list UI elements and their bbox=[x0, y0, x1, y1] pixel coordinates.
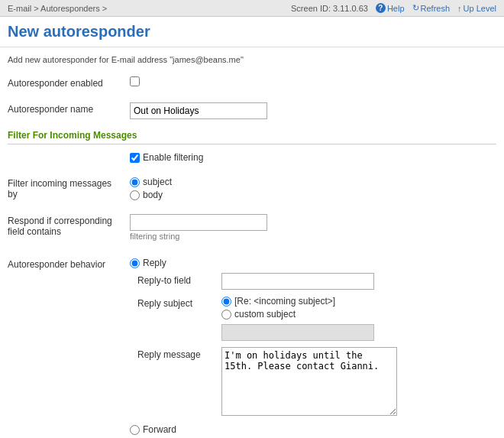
behavior-forward-item: Forward bbox=[130, 424, 496, 435]
autoresponder-name-label: Autoresponder name bbox=[8, 102, 130, 115]
behavior-forward-label: Forward bbox=[143, 424, 176, 435]
forward-section: Forward Forward request to E-mail addres… bbox=[130, 424, 496, 438]
enable-filtering-label bbox=[8, 152, 130, 154]
respond-field-row: Respond if corresponding field contains … bbox=[8, 211, 496, 244]
enable-filtering-row: Enable filtering bbox=[8, 149, 496, 166]
behavior-label: Autoresponder behavior bbox=[8, 258, 130, 270]
reply-message-textarea[interactable]: I'm on holidays until the 15th. Please c… bbox=[221, 347, 397, 416]
filter-section-header: Filter For Incoming Messages bbox=[8, 130, 496, 144]
top-bar: E-mail > Autoresponders > Screen ID: 3.1… bbox=[0, 0, 504, 17]
breadcrumb-email[interactable]: E-mail bbox=[8, 4, 31, 13]
reply-subject-custom-label: custom subject bbox=[234, 309, 296, 320]
reply-subject-default-radio[interactable] bbox=[221, 297, 231, 307]
respond-field-label: Respond if corresponding field contains bbox=[8, 214, 130, 237]
filter-by-control: subject body bbox=[130, 177, 496, 200]
reply-section: Reply-to field Reply subject [Re: <incom… bbox=[137, 273, 496, 418]
respond-field-input[interactable] bbox=[130, 214, 267, 231]
reply-to-row: Reply-to field bbox=[137, 273, 496, 290]
up-icon bbox=[457, 4, 462, 13]
refresh-link[interactable]: Refresh bbox=[412, 3, 451, 13]
behavior-row: Autoresponder behavior Reply Reply-to fi… bbox=[8, 255, 496, 438]
reply-subject-row: Reply subject [Re: <incoming subject>] c… bbox=[137, 296, 496, 341]
autoresponder-enabled-label: Autoresponder enabled bbox=[8, 76, 130, 89]
filter-by-label: Filter incoming messages by bbox=[8, 177, 130, 200]
filter-by-subject-item: subject bbox=[130, 177, 496, 187]
reply-subject-custom-radio[interactable] bbox=[221, 310, 231, 320]
reply-subject-label: Reply subject bbox=[137, 296, 221, 309]
page-header: New autoresponder bbox=[0, 17, 504, 47]
screen-id: Screen ID: 3.11.0.63 bbox=[291, 4, 368, 13]
filter-by-body-label: body bbox=[143, 190, 163, 200]
autoresponder-enabled-checkbox[interactable] bbox=[130, 76, 140, 86]
autoresponder-enabled-control bbox=[130, 76, 496, 86]
respond-field-control: filtering string bbox=[130, 214, 496, 241]
page-title: New autoresponder bbox=[8, 23, 496, 41]
refresh-icon bbox=[412, 3, 419, 13]
reply-to-label: Reply-to field bbox=[137, 273, 221, 286]
page-subtitle: Add new autoresponder for E-mail address… bbox=[8, 55, 496, 64]
help-icon bbox=[376, 3, 386, 13]
reply-to-control bbox=[221, 273, 496, 290]
help-link[interactable]: Help bbox=[376, 3, 405, 13]
reply-subject-custom-item: custom subject bbox=[221, 309, 496, 320]
filter-by-subject-label: subject bbox=[143, 177, 172, 187]
filter-by-subject-radio[interactable] bbox=[130, 177, 140, 187]
behavior-reply-item: Reply bbox=[130, 258, 496, 268]
top-actions: Screen ID: 3.11.0.63 Help Refresh Up Lev… bbox=[291, 3, 496, 13]
breadcrumb-autoresponders[interactable]: Autoresponders bbox=[40, 4, 100, 13]
autoresponder-name-control bbox=[130, 102, 496, 119]
behavior-reply-label: Reply bbox=[143, 258, 166, 268]
enable-filtering-text: Enable filtering bbox=[143, 152, 203, 163]
filtering-string-hint: filtering string bbox=[130, 232, 496, 241]
behavior-control: Reply Reply-to field Reply subject bbox=[130, 258, 496, 438]
autoresponder-name-row: Autoresponder name bbox=[8, 99, 496, 122]
filter-by-body-item: body bbox=[130, 190, 496, 200]
autoresponder-enabled-row: Autoresponder enabled bbox=[8, 73, 496, 92]
reply-subject-default-label: [Re: <incoming subject>] bbox=[234, 296, 335, 307]
filter-by-row: Filter incoming messages by subject body bbox=[8, 174, 496, 203]
reply-subject-control: [Re: <incoming subject>] custom subject bbox=[221, 296, 496, 341]
content: Add new autoresponder for E-mail address… bbox=[0, 47, 504, 438]
enable-filtering-control: Enable filtering bbox=[130, 152, 496, 163]
enable-filtering-checkbox[interactable] bbox=[130, 153, 140, 163]
breadcrumb: E-mail > Autoresponders > bbox=[8, 4, 107, 13]
autoresponder-name-input[interactable] bbox=[130, 102, 267, 119]
reply-subject-default-item: [Re: <incoming subject>] bbox=[221, 296, 496, 307]
reply-message-label: Reply message bbox=[137, 347, 221, 360]
reply-subject-custom-input[interactable] bbox=[221, 324, 374, 341]
up-level-link[interactable]: Up Level bbox=[457, 4, 496, 13]
reply-to-input[interactable] bbox=[221, 273, 374, 290]
behavior-reply-radio[interactable] bbox=[130, 258, 140, 268]
behavior-forward-radio[interactable] bbox=[130, 425, 140, 435]
reply-message-row: Reply message I'm on holidays until the … bbox=[137, 347, 496, 418]
reply-message-control: I'm on holidays until the 15th. Please c… bbox=[221, 347, 496, 418]
filter-by-body-radio[interactable] bbox=[130, 190, 140, 200]
